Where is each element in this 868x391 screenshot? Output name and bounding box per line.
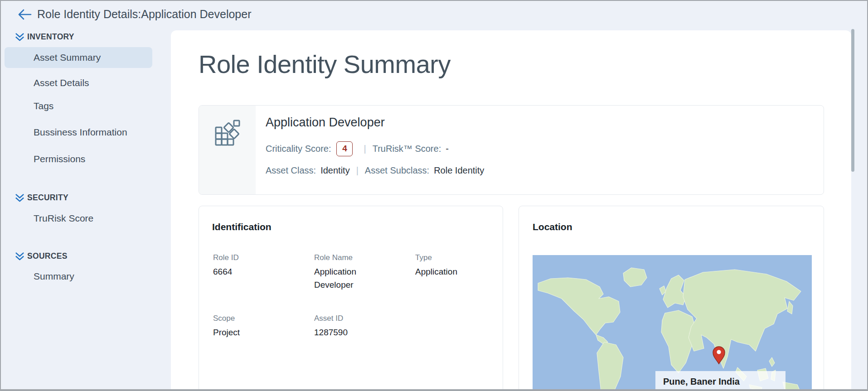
sidebar-section-label: SECURITY (27, 193, 68, 203)
asset-class-line: Asset Class: Identity | Asset Subclass: … (266, 164, 484, 177)
chevron-double-down-icon (15, 193, 25, 203)
asset-score-line: Criticality Score: 4 | TruRisk™ Score: - (266, 140, 449, 157)
sidebar-item-label: Summary (34, 271, 74, 281)
sidebar-section-sources[interactable]: SOURCES (1, 251, 68, 261)
sidebar-item-label: Tags (34, 101, 53, 111)
sidebar-item-trurisk-score[interactable]: TruRisk Score (1, 212, 171, 224)
sidebar-item-label: Bussiness Information (34, 127, 127, 137)
asset-subclass-value: Role Identity (434, 165, 484, 176)
sidebar-item-summary[interactable]: Summary (1, 270, 171, 282)
sidebar-item-bussiness-information[interactable]: Bussiness Information (1, 126, 171, 138)
field-value: Application Developer (314, 265, 387, 291)
sidebar-navigation: INVENTORY Asset Summary Asset Details Ta… (1, 30, 171, 391)
sidebar-section-security[interactable]: SECURITY (1, 193, 68, 203)
main-content-panel: Role Identity Summary (171, 30, 851, 391)
field-role-name: Role Name Application Developer (314, 253, 415, 291)
separator-pipe: | (356, 165, 359, 176)
world-map-image (533, 255, 812, 391)
sidebar-item-label: Asset Summary (34, 52, 101, 63)
trurisk-score-label: TruRisk™ Score: (373, 144, 441, 154)
asset-subclass-label: Asset Subclass: (365, 165, 429, 176)
sidebar-section-label: INVENTORY (27, 32, 74, 42)
identification-card: Identification Role ID 6664 Role Name Ap… (199, 206, 503, 391)
asset-class-label: Asset Class: (266, 165, 316, 176)
vertical-scrollbar-thumb[interactable] (851, 29, 854, 172)
field-role-id: Role ID 6664 (213, 253, 314, 278)
criticality-score-label: Criticality Score: (266, 144, 331, 154)
asset-name: Application Developer (266, 116, 385, 130)
role-identity-details-window: Role Identity Details:Application Develo… (0, 0, 868, 391)
sidebar-item-label: Permissions (34, 154, 85, 164)
back-arrow-icon[interactable] (17, 9, 32, 20)
field-type: Type Application (415, 253, 492, 278)
field-value: 6664 (213, 265, 286, 278)
asset-overview-body: Application Developer Criticality Score:… (266, 106, 815, 194)
trurisk-score-value: - (446, 144, 449, 154)
field-label: Scope (213, 314, 314, 323)
role-identity-asset-icon (214, 119, 241, 147)
world-map[interactable]: Pune, Baner India (533, 255, 812, 391)
criticality-score-badge: 4 (336, 141, 353, 156)
sidebar-item-permissions[interactable]: Permissions (1, 153, 171, 165)
header-bar: Role Identity Details:Application Develo… (1, 1, 867, 30)
asset-class-value: Identity (320, 165, 349, 176)
sidebar-item-tags[interactable]: Tags (1, 100, 171, 112)
page-title: Role Identity Summary (199, 49, 451, 79)
asset-overview-card: Application Developer Criticality Score:… (199, 105, 824, 195)
asset-icon-panel (199, 106, 256, 194)
field-value: Project (213, 326, 286, 339)
location-card-title: Location (533, 222, 572, 232)
map-location-label: Pune, Baner India (663, 377, 740, 387)
field-value: Application (415, 265, 488, 278)
page-breadcrumb-title: Role Identity Details:Application Develo… (37, 8, 251, 21)
sidebar-item-label: Asset Details (34, 77, 89, 88)
identification-fields: Role ID 6664 Role Name Application Devel… (213, 253, 492, 339)
chevron-double-down-icon (15, 32, 25, 42)
field-label: Type (415, 253, 492, 262)
chevron-double-down-icon (15, 251, 25, 261)
sidebar-item-asset-summary[interactable]: Asset Summary (1, 47, 171, 68)
field-value: 1287590 (314, 326, 387, 339)
separator-pipe: | (364, 144, 366, 154)
field-asset-id: Asset ID 1287590 (314, 314, 415, 339)
sidebar-section-inventory[interactable]: INVENTORY (1, 32, 74, 42)
sidebar-item-asset-details[interactable]: Asset Details (1, 77, 171, 89)
field-label: Asset ID (314, 314, 415, 323)
field-scope: Scope Project (213, 314, 314, 339)
sidebar-section-label: SOURCES (27, 251, 68, 261)
field-label: Role ID (213, 253, 314, 262)
field-label: Role Name (314, 253, 415, 262)
map-location-tooltip: Pune, Baner India (655, 371, 786, 391)
identification-card-title: Identification (212, 222, 272, 232)
sidebar-item-label: TruRisk Score (34, 213, 93, 223)
location-card: Location (519, 206, 824, 391)
